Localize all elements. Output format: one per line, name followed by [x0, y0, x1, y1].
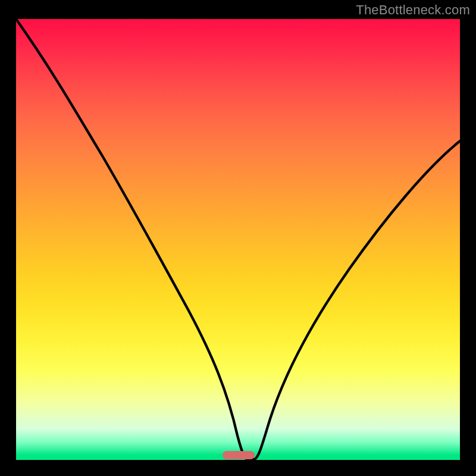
bottleneck-curve: [16, 19, 460, 460]
attribution-label: TheBottleneck.com: [356, 2, 470, 18]
plot-area: [16, 19, 460, 460]
chart-frame: TheBottleneck.com: [0, 0, 476, 476]
optimal-marker: [223, 451, 255, 459]
